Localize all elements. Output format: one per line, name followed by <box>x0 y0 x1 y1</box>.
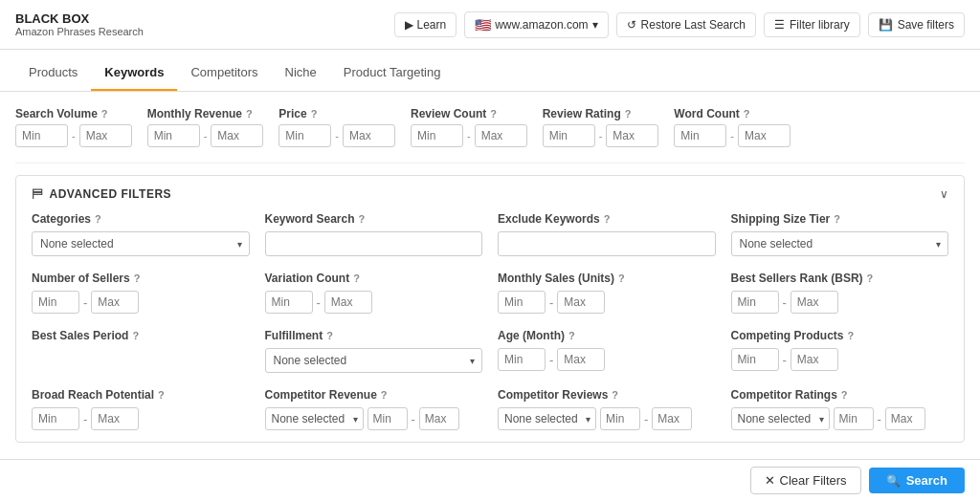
bsr-max[interactable] <box>791 291 838 314</box>
exclude-keywords-info-icon[interactable]: ? <box>604 213 611 225</box>
age-min[interactable] <box>498 348 546 371</box>
review-rating-range: - <box>543 124 659 147</box>
shipping-size-tier-select[interactable]: None selected <box>731 231 949 256</box>
search-volume-min[interactable] <box>15 124 68 147</box>
competitor-reviews-info-icon[interactable]: ? <box>612 389 618 401</box>
monthly-revenue-max[interactable] <box>211 124 263 147</box>
restore-label: Restore Last Search <box>641 18 746 32</box>
categories-select[interactable]: None selected <box>32 231 250 256</box>
monthly-sales-info-icon[interactable]: ? <box>618 272 625 284</box>
competitor-revenue-info-icon[interactable]: ? <box>381 389 388 401</box>
competitor-revenue-inputs: None selected - <box>265 407 483 430</box>
search-icon: 🔍 <box>886 474 901 488</box>
tab-product-targeting[interactable]: Product Targeting <box>330 55 455 91</box>
competing-products-max[interactable] <box>791 348 838 371</box>
competitor-ratings-select-wrap: None selected <box>731 407 830 430</box>
broad-reach-potential-label: Broad Reach Potential ? <box>32 388 250 402</box>
age-month-range: - <box>498 348 716 371</box>
keyword-search-input[interactable] <box>265 231 483 256</box>
competitor-reviews-label: Competitor Reviews ? <box>498 388 716 402</box>
review-count-info-icon[interactable]: ? <box>490 108 497 120</box>
broad-reach-info-icon[interactable]: ? <box>158 389 165 401</box>
exclude-keywords-input[interactable] <box>498 231 716 256</box>
header-actions: ▶ Learn 🇺🇸 www.amazon.com ▾ ↺ Restore La… <box>394 11 966 38</box>
variation-count-min[interactable] <box>265 291 313 314</box>
filter-library-label: Filter library <box>790 18 850 32</box>
monthly-sales-max[interactable] <box>557 291 605 314</box>
amazon-domain-button[interactable]: 🇺🇸 www.amazon.com ▾ <box>464 11 608 38</box>
bsr-min[interactable] <box>731 291 779 314</box>
review-rating-max[interactable] <box>606 124 658 147</box>
footer: ✕ Clear Filters 🔍 Search <box>0 459 980 501</box>
monthly-sales-min[interactable] <box>498 291 546 314</box>
word-count-max[interactable] <box>738 124 791 147</box>
search-button[interactable]: 🔍 Search <box>869 468 965 493</box>
competitor-ratings-group: Competitor Ratings ? None selected - <box>731 388 949 430</box>
competing-products-info-icon[interactable]: ? <box>848 330 855 341</box>
tab-competitors[interactable]: Competitors <box>177 55 271 91</box>
fulfillment-select[interactable]: None selected <box>265 348 483 373</box>
keyword-search-info-icon[interactable]: ? <box>359 213 366 225</box>
tab-niche[interactable]: Niche <box>272 55 330 91</box>
number-of-sellers-info-icon[interactable]: ? <box>134 272 141 284</box>
best-sales-period-info-icon[interactable]: ? <box>132 330 139 341</box>
competitor-ratings-label: Competitor Ratings ? <box>731 388 949 402</box>
shipping-size-tier-select-wrapper: None selected <box>731 231 949 256</box>
broad-reach-min[interactable] <box>32 407 79 430</box>
review-rating-min[interactable] <box>543 124 595 147</box>
competitor-reviews-max[interactable] <box>652 407 692 430</box>
competitor-revenue-max[interactable] <box>419 407 459 430</box>
price-max[interactable] <box>343 124 395 147</box>
word-count-min[interactable] <box>674 124 726 147</box>
age-month-label: Age (Month) ? <box>498 329 716 342</box>
filter-library-button[interactable]: ☰ Filter library <box>764 12 860 37</box>
competitor-revenue-select[interactable]: None selected <box>265 407 364 430</box>
competing-products-min[interactable] <box>731 348 779 371</box>
variation-count-max[interactable] <box>324 291 372 314</box>
monthly-revenue-info-icon[interactable]: ? <box>246 108 253 120</box>
review-count-range: - <box>411 124 527 147</box>
competitor-revenue-min[interactable] <box>368 407 408 430</box>
search-volume-max[interactable] <box>79 124 132 147</box>
age-sep: - <box>549 353 553 367</box>
clear-filters-button[interactable]: ✕ Clear Filters <box>750 467 861 494</box>
review-count-max[interactable] <box>475 124 527 147</box>
review-rating-info-icon[interactable]: ? <box>625 108 632 120</box>
categories-info-icon[interactable]: ? <box>95 213 101 225</box>
best-sales-period-label: Best Sales Period ? <box>32 329 250 342</box>
x-icon: ✕ <box>765 473 775 488</box>
word-count-info-icon[interactable]: ? <box>744 108 750 120</box>
review-count-min[interactable] <box>411 124 463 147</box>
tab-products[interactable]: Products <box>15 55 91 91</box>
competitor-ratings-inputs: None selected - <box>731 407 949 430</box>
price-info-icon[interactable]: ? <box>311 108 318 120</box>
broad-reach-max[interactable] <box>91 407 139 430</box>
advanced-filters-header[interactable]: ⛿ ADVANCED FILTERS ∨ <box>32 187 948 201</box>
age-max[interactable] <box>557 348 605 371</box>
competitor-ratings-info-icon[interactable]: ? <box>841 389 848 401</box>
competitor-ratings-select[interactable]: None selected <box>731 407 830 430</box>
number-of-sellers-label: Number of Sellers ? <box>32 272 250 285</box>
bsr-info-icon[interactable]: ? <box>867 272 874 284</box>
number-of-sellers-max[interactable] <box>91 291 139 314</box>
competitor-reviews-select[interactable]: None selected <box>498 407 596 430</box>
competitor-reviews-group: Competitor Reviews ? None selected - <box>498 388 716 430</box>
search-volume-info-icon[interactable]: ? <box>101 108 108 120</box>
restore-search-button[interactable]: ↺ Restore Last Search <box>616 12 756 37</box>
tab-keywords[interactable]: Keywords <box>91 55 177 91</box>
competitor-reviews-min[interactable] <box>600 407 640 430</box>
learn-button[interactable]: ▶ Learn <box>394 12 457 37</box>
monthly-revenue-min[interactable] <box>147 124 200 147</box>
save-filters-button[interactable]: 💾 Save filters <box>868 12 965 37</box>
fulfillment-info-icon[interactable]: ? <box>326 330 333 341</box>
number-of-sellers-min[interactable] <box>32 291 79 314</box>
competitor-ratings-min[interactable] <box>834 407 874 430</box>
price-min[interactable] <box>278 124 331 147</box>
competitor-ratings-max[interactable] <box>885 407 925 430</box>
comp-rev-sep: - <box>412 412 415 426</box>
app-title: BLACK BOX <box>15 11 144 26</box>
shipping-size-info-icon[interactable]: ? <box>834 213 840 225</box>
variation-count-info-icon[interactable]: ? <box>353 272 360 284</box>
age-info-icon[interactable]: ? <box>568 330 575 341</box>
word-count-group: Word Count ? - <box>674 107 791 147</box>
